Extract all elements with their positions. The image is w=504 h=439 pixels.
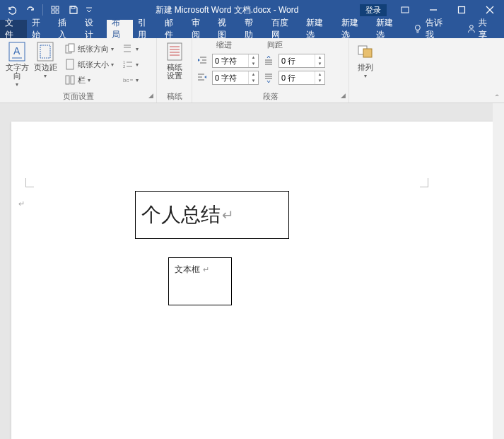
svg-text:A: A xyxy=(13,45,20,57)
indent-header: 缩进 xyxy=(216,40,232,50)
tab-file[interactable]: 文件 xyxy=(0,20,27,38)
page[interactable]: ↵ 个人总结 ↵ 文本框 ↵ xyxy=(11,122,499,439)
quick-access-toolbar xyxy=(0,0,98,20)
tab-mailings[interactable]: 邮件 xyxy=(160,20,187,38)
text-direction-button[interactable]: A 文字方向 ▾ xyxy=(3,40,31,89)
svg-rect-8 xyxy=(459,7,465,13)
spin-down[interactable]: ▼ xyxy=(248,61,258,67)
gaozhi-button[interactable]: 稿纸 设置 xyxy=(160,40,189,81)
tab-home[interactable]: 开始 xyxy=(27,20,54,38)
svg-rect-1 xyxy=(56,6,59,9)
tell-me-button[interactable]: 告诉我 xyxy=(406,20,457,38)
svg-rect-4 xyxy=(71,6,75,8)
spin-down[interactable]: ▼ xyxy=(315,61,324,67)
lightbulb-icon xyxy=(413,24,423,34)
indent-left-spinner[interactable]: ▲▼ xyxy=(212,54,259,68)
tab-view[interactable]: 视图 xyxy=(213,20,240,38)
vertical-scrollbar[interactable] xyxy=(493,103,504,439)
indent-right-icon xyxy=(195,71,209,85)
share-label: 共享 xyxy=(479,17,496,41)
tab-help[interactable]: 帮助 xyxy=(240,20,266,38)
maximize-button[interactable] xyxy=(447,0,476,20)
gaozhi-group-label: 稿纸 xyxy=(167,92,182,100)
spin-up[interactable]: ▲ xyxy=(248,71,258,78)
size-label: 纸张大小 xyxy=(78,59,109,70)
text-direction-icon: A xyxy=(7,42,27,62)
spin-down[interactable]: ▼ xyxy=(315,78,324,84)
svg-rect-2 xyxy=(52,11,54,13)
arrange-button[interactable]: 排列 ▾ xyxy=(352,40,379,81)
tell-me-label: 告诉我 xyxy=(426,17,450,41)
text-box-title[interactable]: 个人总结 ↵ xyxy=(135,191,289,239)
text-direction-label: 文字方向 xyxy=(4,63,30,80)
tab-references[interactable]: 引用 xyxy=(133,20,160,38)
ribbon-tabs: 文件 开始 插入 设计 布局 引用 邮件 审阅 视图 帮助 百度网 新建选 新建… xyxy=(0,20,504,38)
tab-insert[interactable]: 插入 xyxy=(53,20,80,38)
spin-up[interactable]: ▲ xyxy=(315,71,324,78)
tab-design[interactable]: 设计 xyxy=(80,20,107,38)
spacing-before-icon xyxy=(262,54,276,68)
text-box-small[interactable]: 文本框 ↵ xyxy=(168,257,232,305)
margins-button[interactable]: 页边距 ▾ xyxy=(31,40,59,81)
save-button[interactable] xyxy=(66,2,81,18)
margin-corner-mark xyxy=(25,187,34,187)
text-box-title-content: 个人总结 xyxy=(141,201,221,228)
indent-right-spinner[interactable]: ▲▼ xyxy=(212,71,259,85)
tab-layout[interactable]: 布局 xyxy=(107,20,134,38)
undo-button[interactable] xyxy=(4,2,20,18)
gaozhi-label: 稿纸 设置 xyxy=(167,63,182,80)
page-setup-dialog-launcher[interactable]: ◢ xyxy=(146,92,155,100)
tab-addin-2[interactable]: 新建选 xyxy=(336,20,371,38)
redo-button[interactable] xyxy=(23,2,38,18)
spacing-before-spinner[interactable]: ▲▼ xyxy=(279,54,325,68)
tab-addin-3[interactable]: 新建选 xyxy=(371,20,406,38)
paragraph-dialog-launcher[interactable]: ◢ xyxy=(339,92,347,100)
ribbon: A 文字方向 ▾ 页边距 ▾ 纸张方向▾ 纸张大小▾ xyxy=(0,38,504,103)
breaks-button[interactable]: ▾ xyxy=(120,42,141,56)
document-area: ↵ 个人总结 ↵ 文本框 ↵ xyxy=(0,116,504,439)
orientation-button[interactable]: 纸张方向▾ xyxy=(62,42,116,56)
orientation-label: 纸张方向 xyxy=(78,44,109,54)
indent-left-input[interactable] xyxy=(213,57,248,65)
person-icon xyxy=(467,24,476,34)
spacing-after-spinner[interactable]: ▲▼ xyxy=(279,71,325,85)
svg-text:bc: bc xyxy=(123,77,129,83)
size-icon xyxy=(64,59,76,70)
window-title: 新建 Microsoft Word 文档.docx - Word xyxy=(98,4,356,16)
orientation-icon xyxy=(64,43,76,54)
spin-up[interactable]: ▲ xyxy=(315,54,324,61)
indent-right-input[interactable] xyxy=(213,74,248,82)
paragraph-group-label: 段落 xyxy=(263,92,279,100)
columns-button[interactable]: 栏▾ xyxy=(62,73,116,87)
margin-corner-mark xyxy=(428,178,428,187)
spacing-after-icon xyxy=(262,71,276,85)
paragraph-mark-icon: ↵ xyxy=(18,199,25,209)
gaozhi-icon xyxy=(165,42,184,62)
login-button[interactable]: 登录 xyxy=(360,4,387,16)
svg-rect-3 xyxy=(56,11,59,13)
tab-addin-1[interactable]: 新建选 xyxy=(301,20,336,38)
collapse-ribbon-button[interactable]: ⌃ xyxy=(494,93,500,101)
spacing-before-input[interactable] xyxy=(279,57,315,65)
columns-label: 栏 xyxy=(78,75,86,86)
svg-rect-24 xyxy=(71,76,74,84)
spin-up[interactable]: ▲ xyxy=(248,54,258,61)
touch-mode-button[interactable] xyxy=(47,2,63,18)
size-button[interactable]: 纸张大小▾ xyxy=(62,57,116,71)
arrange-icon xyxy=(356,42,375,62)
arrange-label: 排列 xyxy=(358,63,373,71)
indent-left-icon xyxy=(195,54,209,68)
spin-down[interactable]: ▼ xyxy=(248,78,258,84)
hyphenation-button[interactable]: bc▾ xyxy=(120,73,141,87)
svg-rect-6 xyxy=(402,7,409,13)
spacing-after-input[interactable] xyxy=(279,74,315,82)
svg-rect-19 xyxy=(40,45,50,58)
tab-baidu[interactable]: 百度网 xyxy=(266,20,301,38)
columns-icon xyxy=(64,74,76,86)
share-button[interactable]: 共享 xyxy=(458,20,504,38)
tab-review[interactable]: 审阅 xyxy=(187,20,213,38)
qat-customize-button[interactable] xyxy=(84,2,94,18)
svg-rect-34 xyxy=(168,43,182,60)
line-numbers-icon: 12 xyxy=(122,59,134,70)
line-numbers-button[interactable]: 12▾ xyxy=(120,57,141,71)
